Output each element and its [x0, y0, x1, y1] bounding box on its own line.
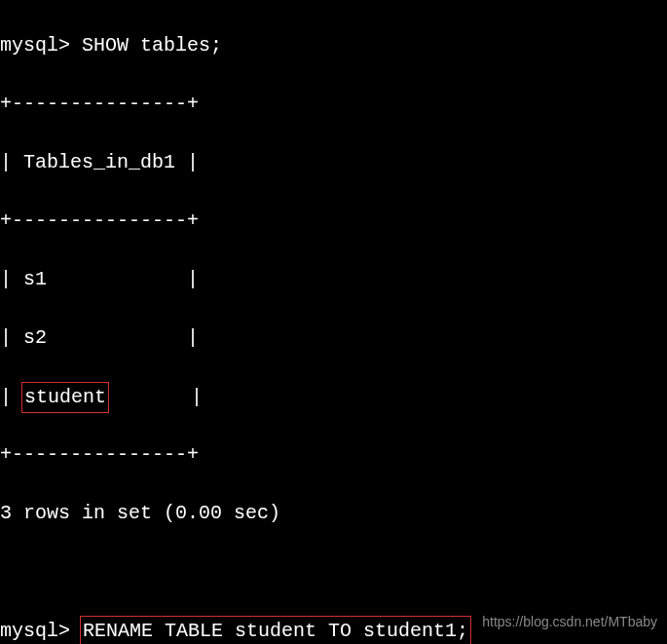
cmd-line-1: mysql> SHOW tables; — [0, 31, 667, 60]
highlighted-value-student: student — [21, 382, 109, 413]
blank-line — [0, 557, 667, 587]
prompt: mysql> — [0, 620, 70, 642]
table-row: | s1 | — [0, 265, 667, 294]
cell-value: s2 — [12, 326, 187, 349]
column-header: Tables_in_db1 — [12, 151, 187, 173]
table-border: +---------------+ — [0, 207, 667, 236]
table-border: +---------------+ — [0, 90, 667, 119]
table-row: | s2 | — [0, 323, 667, 353]
command-text: SHOW tables; — [82, 34, 222, 57]
cell-value: s1 — [12, 268, 187, 290]
table-header-row: | Tables_in_db1 | — [0, 148, 667, 177]
highlighted-command-rename: RENAME TABLE student TO student1; — [80, 616, 471, 644]
table-row: | student | — [0, 382, 667, 411]
terminal-output: mysql> SHOW tables; +---------------+ | … — [0, 2, 667, 644]
result-line: 3 rows in set (0.00 sec) — [0, 499, 667, 528]
table-border: +---------------+ — [0, 440, 667, 470]
watermark-text: https://blog.csdn.net/MTbaby — [482, 612, 657, 632]
prompt: mysql> — [0, 34, 70, 57]
